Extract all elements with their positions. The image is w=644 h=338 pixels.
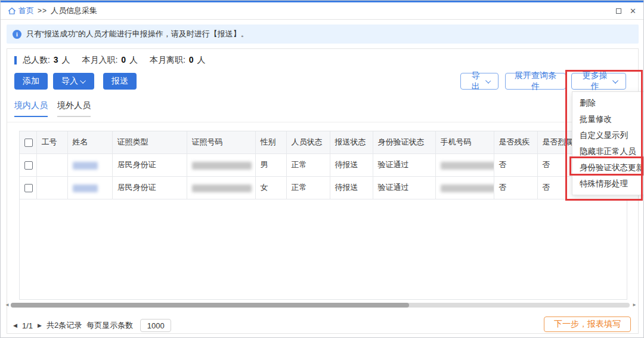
footer-bar: ◀ 1/1 ▶ 共2条记录 每页显示条数 下一步，报表填写 bbox=[7, 317, 638, 334]
cell-person-status: 正常 bbox=[286, 176, 330, 199]
cell-person-status: 正常 bbox=[286, 153, 330, 176]
stat-join-unit: 人 bbox=[129, 55, 138, 64]
col-header-gender: 性别 bbox=[255, 131, 286, 153]
submit-button[interactable]: 报送 bbox=[103, 73, 137, 90]
stat-leave-label: 本月离职: bbox=[150, 55, 185, 64]
stat-total-label: 总人数: bbox=[23, 55, 50, 64]
export-button-label: 导出 bbox=[468, 70, 484, 92]
cell-cert-type: 居民身份证 bbox=[112, 153, 187, 176]
per-page-label: 每页显示条数 bbox=[86, 320, 133, 331]
menu-item-batch-edit[interactable]: 批量修改 bbox=[572, 111, 644, 127]
redacted-phone bbox=[441, 185, 494, 192]
page-title: 人员信息采集 bbox=[51, 5, 97, 16]
redacted-id-number bbox=[192, 162, 252, 170]
tab-bar: 境内人员 境外人员 bbox=[14, 100, 91, 117]
table-header-row: 工号 姓名 证照类型 证照号码 性别 人员状态 报送状态 身份验证状态 手机号码… bbox=[20, 131, 628, 153]
next-step-button[interactable]: 下一步，报表填写 bbox=[544, 317, 631, 332]
menu-item-custom-columns[interactable]: 自定义显示列 bbox=[572, 127, 644, 143]
breadcrumb-separator: >> bbox=[38, 7, 47, 15]
more-actions-label: 更多操作 bbox=[579, 70, 611, 92]
stat-leave: 本月离职: 0 人 bbox=[150, 55, 205, 66]
cell-verify-status: 验证通过 bbox=[373, 176, 435, 199]
stat-total-unit: 人 bbox=[61, 55, 70, 64]
cell-employee-id bbox=[36, 153, 67, 176]
next-step-label: 下一步，报表填写 bbox=[554, 319, 621, 328]
maximize-icon[interactable] bbox=[616, 8, 621, 14]
prev-page-icon[interactable]: ◀ bbox=[13, 322, 17, 328]
more-actions-button[interactable]: 更多操作 bbox=[571, 73, 626, 90]
col-header-disabled: 是否残疾 bbox=[494, 131, 537, 153]
toolbar: 添加 导入 报送 导出 展开查询条件 更多操作 bbox=[7, 72, 638, 91]
breadcrumb-home-link[interactable]: 首页 bbox=[8, 5, 34, 16]
stat-total: 总人数: 3 人 bbox=[23, 55, 70, 66]
scroll-left-icon[interactable]: ◄ bbox=[5, 302, 10, 308]
stat-join-label: 本月入职: bbox=[82, 55, 117, 64]
chevron-down-icon bbox=[485, 78, 491, 84]
export-button[interactable]: 导出 bbox=[460, 73, 499, 90]
tabs-divider bbox=[7, 122, 638, 122]
chevron-down-icon bbox=[80, 78, 86, 84]
title-bar: 首页 >> 人员信息采集 ✕ bbox=[1, 2, 643, 20]
redacted-id-number bbox=[192, 185, 252, 192]
info-banner: i 只有“报送成功”的人员才能进行申报操作，请及时进行【报送】。 bbox=[7, 24, 639, 44]
home-icon bbox=[8, 7, 16, 15]
record-count: 共2条记录 bbox=[47, 320, 82, 331]
col-header-name: 姓名 bbox=[67, 131, 112, 153]
tab-overseas-personnel[interactable]: 境外人员 bbox=[57, 100, 91, 117]
cell-report-status: 待报送 bbox=[330, 176, 373, 199]
col-header-person-status: 人员状态 bbox=[286, 131, 330, 153]
add-button-label: 添加 bbox=[23, 76, 39, 87]
cell-gender: 男 bbox=[255, 153, 286, 176]
col-header-verify-status: 身份验证状态 bbox=[373, 131, 435, 153]
stat-leave-value: 0 bbox=[188, 55, 195, 64]
scrollbar-thumb[interactable] bbox=[11, 303, 409, 308]
next-page-icon[interactable]: ▶ bbox=[38, 322, 42, 328]
menu-item-delete[interactable]: 删除 bbox=[572, 95, 644, 111]
app-window: 首页 >> 人员信息采集 ✕ i 只有“报送成功”的人员才能进行申报操作，请及时… bbox=[0, 0, 644, 338]
personnel-table: 工号 姓名 证照类型 证照号码 性别 人员状态 报送状态 身份验证状态 手机号码… bbox=[19, 131, 627, 300]
more-actions-menu: 删除 批量修改 自定义显示列 隐藏非正常人员 身份验证状态更新 特殊情形处理 bbox=[572, 91, 644, 195]
breadcrumb-home-label[interactable]: 首页 bbox=[18, 5, 34, 16]
window-controls: ✕ bbox=[616, 7, 636, 15]
stat-leave-unit: 人 bbox=[197, 55, 205, 64]
import-button[interactable]: 导入 bbox=[53, 73, 94, 90]
info-icon: i bbox=[13, 30, 21, 39]
col-header-report-status: 报送状态 bbox=[330, 131, 373, 153]
stat-total-value: 3 bbox=[52, 55, 60, 64]
cell-gender: 女 bbox=[255, 176, 286, 199]
cell-cert-type: 居民身份证 bbox=[112, 176, 187, 199]
menu-item-hide-abnormal[interactable]: 隐藏非正常人员 bbox=[572, 143, 644, 159]
main-panel: 总人数: 3 人 本月入职: 0 人 本月离职: 0 人 添加 导入 bbox=[7, 48, 639, 334]
cell-disabled: 否 bbox=[494, 176, 537, 199]
scroll-right-icon[interactable]: ► bbox=[632, 302, 637, 308]
stat-join-value: 0 bbox=[120, 55, 127, 64]
import-button-label: 导入 bbox=[61, 76, 78, 87]
col-header-phone: 手机号码 bbox=[435, 131, 494, 153]
row-checkbox[interactable] bbox=[24, 161, 33, 170]
col-header-cert-number: 证照号码 bbox=[187, 131, 255, 153]
menu-item-special-cases[interactable]: 特殊情形处理 bbox=[572, 176, 644, 192]
stats-accent-bar bbox=[14, 56, 17, 64]
cell-report-status: 待报送 bbox=[330, 153, 373, 176]
cell-verify-status: 验证通过 bbox=[373, 153, 435, 176]
breadcrumb: 首页 >> 人员信息采集 bbox=[8, 5, 97, 16]
cell-employee-id bbox=[36, 176, 67, 199]
expand-query-label: 展开查询条件 bbox=[513, 70, 558, 92]
table-row: 居民身份证 男 正常 待报送 验证通过 否 否 bbox=[20, 153, 628, 176]
page-indicator: 1/1 bbox=[22, 321, 33, 330]
select-all-checkbox[interactable] bbox=[24, 139, 33, 147]
tab-domestic-personnel[interactable]: 境内人员 bbox=[14, 100, 48, 117]
add-button[interactable]: 添加 bbox=[14, 73, 48, 90]
chevron-down-icon bbox=[612, 78, 618, 84]
per-page-input[interactable] bbox=[140, 319, 171, 332]
expand-query-button[interactable]: 展开查询条件 bbox=[505, 73, 566, 90]
menu-item-identity-verify-update[interactable]: 身份验证状态更新 bbox=[572, 159, 644, 176]
row-checkbox[interactable] bbox=[24, 184, 33, 192]
close-icon[interactable]: ✕ bbox=[630, 7, 636, 15]
col-header-cert-type: 证照类型 bbox=[112, 131, 187, 153]
pagination: ◀ 1/1 ▶ 共2条记录 每页显示条数 bbox=[13, 319, 171, 332]
cell-disabled: 否 bbox=[494, 153, 537, 176]
submit-button-label: 报送 bbox=[112, 76, 128, 87]
stat-join: 本月入职: 0 人 bbox=[82, 55, 137, 66]
info-banner-text: 只有“报送成功”的人员才能进行申报操作，请及时进行【报送】。 bbox=[26, 29, 249, 39]
